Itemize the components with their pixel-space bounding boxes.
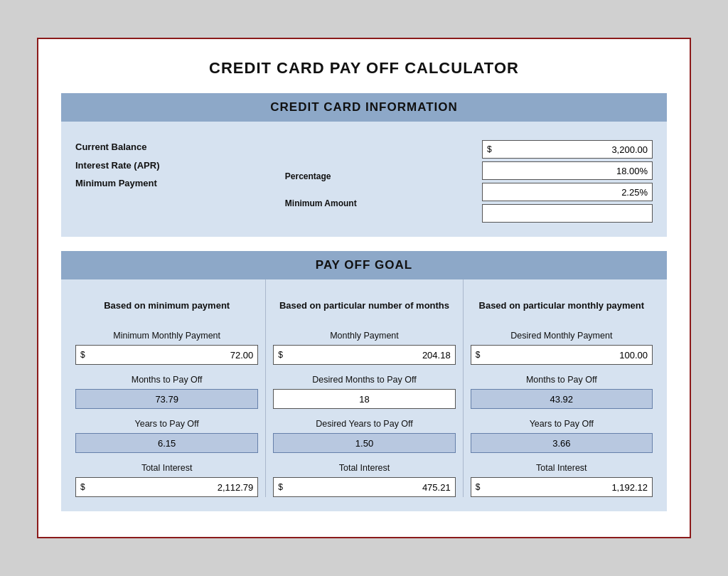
calculator-page: CREDIT CARD PAY OFF CALCULATOR CREDIT CA… [37,38,691,538]
main-title: CREDIT CARD PAY OFF CALCULATOR [61,59,667,78]
col2-field3-box: 1.50 [273,433,455,453]
col2-field1-box: $ 204.18 [273,345,455,365]
info-middle: Percentage Minimum Amount [285,140,357,208]
col3-field3-box: 3.66 [471,433,653,453]
col2-field4-currency: $ [278,482,283,492]
col3-field3-label: Years to Pay Off [471,419,653,429]
percentage-label: Percentage [285,171,357,181]
col2-field2-value: 18 [278,394,450,405]
col1-field1-value: 72.00 [90,350,254,361]
col3-title: Based on particular monthly payment [471,289,653,321]
col3-field2-value: 43.92 [550,394,574,405]
col1-field2-value: 73.79 [155,394,178,405]
col1-field4-label: Total Interest [75,463,258,473]
col3-field2-box: 43.92 [471,389,653,409]
minimum-payment-pct-value: 2.25% [621,187,648,198]
col2-field1-label: Monthly Payment [273,331,455,341]
col1-field2-label: Months to Pay Off [75,375,258,385]
minimum-payment-label: Minimum Payment [75,176,159,191]
minimum-amount-box[interactable] [482,204,653,223]
col1-field3-value: 6.15 [158,438,176,449]
col2-field4-value: 475.21 [287,482,451,493]
col3-field2-label: Months to Pay Off [471,375,653,385]
col-number-of-months: Based on particular number of months Mon… [265,279,462,497]
col1-title: Based on minimum payment [75,289,258,321]
col2-field2-label: Desired Months to Pay Off [273,375,455,385]
col3-field3-value: 3.66 [552,438,570,449]
col1-field2-box: 73.79 [75,389,258,409]
col2-field1-currency: $ [278,350,283,360]
col1-field1-currency: $ [80,350,85,360]
col3-field1-currency: $ [476,350,481,360]
col2-field2-box[interactable]: 18 [273,389,455,409]
col1-field4-currency: $ [80,482,85,492]
col1-field1-box[interactable]: $ 72.00 [75,345,258,365]
current-balance-label: Current Balance [75,140,159,154]
info-rows: Current Balance Interest Rate (APR) Mini… [75,140,653,223]
minimum-payment-pct-box[interactable]: 2.25% [482,183,653,201]
col2-field3-label: Desired Years to Pay Off [273,419,455,429]
col3-field4-box: $ 1,192.12 [471,477,653,497]
col2-field4-box: $ 475.21 [273,477,455,497]
col1-field4-value: 2,112.79 [90,482,254,493]
col1-field4-box: $ 2,112.79 [75,477,258,497]
current-balance-box[interactable]: $ 3,200.00 [482,140,653,159]
info-labels: Current Balance Interest Rate (APR) Mini… [75,140,159,191]
col1-field3-label: Years to Pay Off [75,419,258,429]
payoff-section: PAY OFF GOAL Based on minimum payment Mi… [61,251,667,511]
col3-field1-label: Desired Monthly Payment [471,331,653,341]
col1-field3-box: 6.15 [75,433,258,453]
current-balance-value: 3,200.00 [496,144,648,155]
interest-rate-label: Interest Rate (APR) [75,159,159,173]
col3-field4-value: 1,192.12 [484,482,648,493]
col3-field4-currency: $ [476,482,481,492]
col2-field3-value: 1.50 [355,438,373,449]
payoff-header: PAY OFF GOAL [61,251,667,279]
interest-rate-value: 18.00% [616,166,648,176]
col-monthly-payment: Based on particular monthly payment Desi… [463,279,660,497]
col2-title: Based on particular number of months [273,289,455,321]
col2-field4-label: Total Interest [273,463,455,473]
interest-rate-box[interactable]: 18.00% [482,161,653,180]
credit-info-section: Current Balance Interest Rate (APR) Mini… [61,122,667,237]
col3-field1-box[interactable]: $ 100.00 [471,345,653,365]
info-values: $ 3,200.00 18.00% 2.25% [482,140,653,223]
col-minimum-payment: Based on minimum payment Minimum Monthly… [68,279,265,497]
col3-field1-value: 100.00 [484,350,648,361]
col3-field4-label: Total Interest [471,463,653,473]
payoff-columns: Based on minimum payment Minimum Monthly… [61,279,667,511]
current-balance-currency: $ [487,144,492,154]
credit-info-header: CREDIT CARD INFORMATION [61,93,667,122]
col2-field1-value: 204.18 [287,350,451,361]
minimum-amount-label: Minimum Amount [285,198,357,208]
col1-field1-label: Minimum Monthly Payment [75,331,258,341]
